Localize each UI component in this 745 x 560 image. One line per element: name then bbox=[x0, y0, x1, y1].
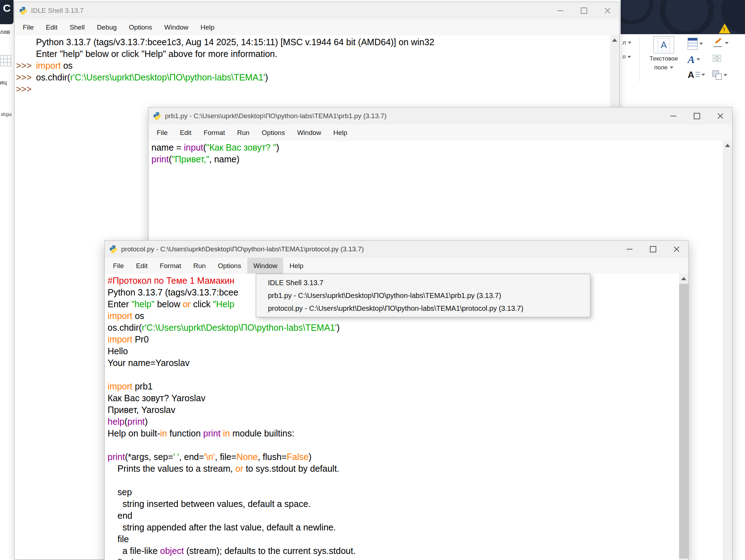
scroll-up-button[interactable] bbox=[679, 274, 688, 283]
window-title: prb1.py - C:\Users\uprkt\Desktop\ПО\pyth… bbox=[165, 112, 662, 120]
code-line: import prb1 bbox=[108, 381, 679, 392]
chevron-down-icon bbox=[724, 74, 727, 76]
drop-cap-icon: A bbox=[688, 70, 700, 79]
title-bar[interactable]: IDLE Shell 3.13.7 bbox=[15, 2, 619, 19]
menu-file[interactable]: File bbox=[151, 125, 174, 141]
menu-file[interactable]: File bbox=[107, 258, 130, 274]
decorative-circle bbox=[660, 0, 714, 34]
menu-window[interactable]: Window bbox=[247, 258, 284, 274]
shell-text-area[interactable]: Python 3.13.7 (tags/v3.13.7:bcee1c3, Aug… bbox=[15, 36, 610, 95]
caption-buttons bbox=[618, 241, 688, 258]
menu-edit[interactable]: Edit bbox=[174, 125, 198, 141]
wordart-icon: A bbox=[688, 54, 695, 65]
menu-options[interactable]: Options bbox=[212, 258, 247, 274]
warning-mark: ! bbox=[723, 26, 725, 32]
menu-edit[interactable]: Edit bbox=[130, 258, 154, 274]
code-line: Your name=Yaroslav bbox=[108, 357, 679, 369]
menu-window[interactable]: Window bbox=[291, 125, 327, 141]
code-line: Prints the values to a stream, or to sys… bbox=[108, 463, 679, 475]
editor-text-area[interactable]: #Протокол по Теме 1 МамакинPython 3.13.7… bbox=[108, 275, 679, 560]
vertical-scrollbar[interactable] bbox=[723, 141, 732, 560]
menu-shell[interactable]: Shell bbox=[63, 19, 90, 35]
code-line: >>>os.chdir(r'C:\Users\uprkt\Desktop\ПО\… bbox=[15, 72, 610, 83]
window-menu-item[interactable]: IDLE Shell 3.13.7 bbox=[256, 276, 590, 289]
code-line: Hello bbox=[108, 345, 679, 357]
caption-buttons bbox=[549, 2, 619, 19]
menu-options[interactable]: Options bbox=[123, 19, 158, 35]
close-button[interactable] bbox=[665, 241, 688, 258]
left-ui-fragment: лав bbox=[0, 28, 10, 36]
menu-run[interactable]: Run bbox=[187, 258, 212, 274]
vertical-scrollbar[interactable] bbox=[679, 274, 688, 560]
chevron-down-icon bbox=[702, 74, 705, 76]
menu-debug[interactable]: Debug bbox=[91, 19, 123, 35]
menu-options[interactable]: Options bbox=[255, 125, 291, 141]
chevron-down-icon bbox=[725, 42, 729, 44]
menu-file[interactable]: File bbox=[17, 19, 40, 35]
object-icon bbox=[713, 70, 722, 80]
code-line: Как Вас зовут? Yaroslav bbox=[108, 392, 679, 404]
shell-prompt: >>> bbox=[15, 84, 36, 94]
code-line bbox=[108, 439, 679, 451]
close-button[interactable] bbox=[596, 2, 619, 19]
object-button[interactable] bbox=[713, 70, 727, 80]
code-line: name = input("Как Вас зовут? ") bbox=[151, 142, 723, 153]
editor-text-area[interactable]: name = input("Как Вас зовут? ")print("Пр… bbox=[151, 142, 723, 165]
code-line: file bbox=[108, 533, 679, 545]
code-line: Python 3.13.7 (tags/v3.13.7:bcee1c3, Aug… bbox=[15, 36, 610, 48]
menu-help[interactable]: Help bbox=[327, 125, 353, 141]
code-line: Привет, Yaroslav bbox=[108, 404, 679, 416]
title-bar[interactable]: protocol.py - C:\Users\uprkt\Desktop\ПО\… bbox=[105, 241, 688, 258]
scroll-up-button[interactable] bbox=[723, 141, 732, 150]
window-menu-item[interactable]: prb1.py - C:\Users\uprkt\Desktop\ПО\pyth… bbox=[256, 289, 590, 302]
code-line: string inserted between values, default … bbox=[108, 498, 679, 510]
code-line: os.chdir(r'C:\Users\uprkt\Desktop\ПО\pyt… bbox=[108, 322, 679, 334]
code-line: a file-like object (stream); defaults to… bbox=[108, 545, 679, 557]
window-menu-dropdown: IDLE Shell 3.13.7prb1.py - C:\Users\uprk… bbox=[256, 274, 590, 317]
drop-cap-button[interactable]: A bbox=[688, 70, 705, 79]
text-box-button[interactable]: A Текстовое поле bbox=[643, 36, 685, 71]
code-line: Enter "help" below or click "Help" above… bbox=[15, 48, 610, 60]
maximize-button[interactable] bbox=[572, 2, 596, 19]
code-line: sep bbox=[108, 486, 679, 498]
menu-bar: FileEditFormatRunOptionsWindowHelp bbox=[149, 125, 732, 141]
signature-line-button[interactable] bbox=[713, 38, 729, 48]
window-menu-item[interactable]: protocol.py - C:\Users\uprkt\Desktop\ПО\… bbox=[256, 302, 590, 315]
caption-buttons bbox=[662, 108, 732, 125]
date-time-icon bbox=[713, 54, 721, 63]
protocol-editor-window: protocol.py - C:\Users\uprkt\Desktop\ПО\… bbox=[104, 240, 689, 560]
menu-format[interactable]: Format bbox=[197, 125, 231, 141]
shell-prompt: >>> bbox=[15, 61, 36, 71]
date-time-button[interactable] bbox=[713, 54, 721, 63]
minimize-button[interactable] bbox=[662, 108, 685, 125]
minimize-button[interactable] bbox=[618, 241, 641, 258]
menu-format[interactable]: Format bbox=[154, 258, 187, 274]
window-title: protocol.py - C:\Users\uprkt\Desktop\ПО\… bbox=[121, 245, 618, 253]
maximize-button[interactable] bbox=[641, 241, 665, 258]
code-line: print(*args, sep=' ', end='\n', file=Non… bbox=[108, 451, 679, 463]
scrollbar-thumb[interactable] bbox=[679, 284, 688, 559]
title-bar[interactable]: prb1.py - C:\Users\uprkt\Desktop\ПО\pyth… bbox=[149, 108, 732, 125]
menu-run[interactable]: Run bbox=[231, 125, 256, 141]
menu-help[interactable]: Help bbox=[195, 19, 221, 35]
code-line: help(print) bbox=[108, 416, 679, 428]
left-ui-fragment: ицы bbox=[1, 111, 12, 117]
menu-edit[interactable]: Edit bbox=[40, 19, 64, 35]
table-grid-icon[interactable] bbox=[0, 55, 11, 66]
warning-icon[interactable]: ! bbox=[719, 23, 730, 33]
signature-line-icon bbox=[713, 38, 723, 48]
code-line: >>> bbox=[15, 83, 610, 95]
menu-window[interactable]: Window bbox=[158, 19, 195, 35]
quick-parts-button[interactable] bbox=[688, 38, 703, 50]
minimize-button[interactable] bbox=[549, 2, 572, 19]
chevron-down-icon bbox=[627, 56, 631, 58]
close-button[interactable] bbox=[709, 108, 732, 125]
code-line: import Pr0 bbox=[108, 334, 679, 345]
window-title: IDLE Shell 3.13.7 bbox=[31, 7, 549, 15]
scroll-up-button[interactable] bbox=[610, 35, 619, 45]
wordart-button[interactable]: A bbox=[688, 54, 700, 65]
maximize-button[interactable] bbox=[685, 108, 709, 125]
code-line: >>>import os bbox=[15, 60, 610, 72]
menu-help[interactable]: Help bbox=[283, 258, 309, 274]
quick-parts-icon bbox=[688, 38, 698, 50]
